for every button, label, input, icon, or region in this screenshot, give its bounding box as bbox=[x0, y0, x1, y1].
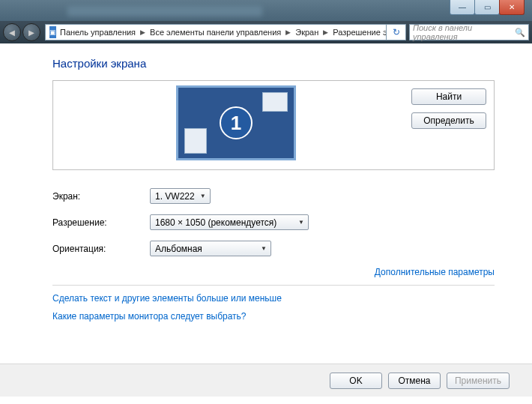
settings-form: Экран: 1. VW222 Разрешение: 1680 × 1050 … bbox=[52, 188, 495, 256]
search-icon[interactable]: 🔍 bbox=[515, 28, 525, 37]
breadcrumb-item[interactable]: Все элементы панели управления bbox=[148, 28, 282, 37]
advanced-settings-link[interactable]: Дополнительные параметры bbox=[375, 267, 495, 277]
breadcrumb[interactable]: ▣ Панель управления ▶ Все элементы панел… bbox=[45, 24, 387, 40]
text-size-link[interactable]: Сделать текст и другие элементы больше и… bbox=[52, 293, 282, 304]
monitor-number: 1 bbox=[220, 106, 253, 139]
minimize-button[interactable]: — bbox=[450, 0, 475, 15]
preview-side-buttons: Найти Определить bbox=[411, 85, 486, 129]
breadcrumb-item[interactable]: Панель управления bbox=[58, 28, 137, 37]
apply-button[interactable]: Применить bbox=[447, 373, 510, 389]
mini-window-icon bbox=[262, 92, 288, 112]
identify-button[interactable]: Определить bbox=[411, 112, 486, 129]
breadcrumb-sep-icon: ▶ bbox=[320, 28, 331, 36]
orientation-select[interactable]: Альбомная bbox=[150, 241, 271, 256]
maximize-button[interactable]: ▭ bbox=[474, 0, 500, 15]
screen-select[interactable]: 1. VW222 bbox=[150, 188, 211, 204]
window-controls: — ▭ ✕ bbox=[450, 0, 525, 15]
screen-label: Экран: bbox=[52, 191, 150, 202]
page-title: Настройки экрана bbox=[52, 57, 495, 70]
nav-arrows: ◄ ► bbox=[3, 23, 40, 41]
close-button[interactable]: ✕ bbox=[499, 0, 525, 15]
find-button[interactable]: Найти bbox=[411, 88, 486, 105]
help-links: Сделать текст и другие элементы больше и… bbox=[52, 293, 495, 322]
display-preview-frame: 1 Найти Определить bbox=[52, 80, 495, 170]
breadcrumb-item[interactable]: Экран bbox=[294, 28, 320, 37]
control-panel-icon: ▣ bbox=[49, 26, 56, 38]
search-input[interactable]: Поиск в панели управления 🔍 bbox=[409, 24, 529, 40]
monitor-preview[interactable]: 1 bbox=[176, 85, 296, 160]
breadcrumb-item[interactable]: Разрешение экрана bbox=[331, 28, 387, 37]
which-monitor-link[interactable]: Какие параметры монитора следует выбрать… bbox=[52, 311, 247, 322]
dialog-button-bar: OK Отмена Применить bbox=[0, 364, 532, 397]
separator bbox=[52, 285, 495, 286]
title-blur bbox=[67, 6, 262, 16]
search-placeholder: Поиск в панели управления bbox=[413, 23, 515, 41]
resolution-select[interactable]: 1680 × 1050 (рекомендуется) bbox=[150, 214, 309, 230]
advanced-link-row: Дополнительные параметры bbox=[52, 267, 495, 277]
content-area: Настройки экрана 1 Найти Определить Экра… bbox=[0, 43, 532, 404]
navigation-bar: ◄ ► ▣ Панель управления ▶ Все элементы п… bbox=[0, 21, 532, 43]
breadcrumb-sep-icon: ▶ bbox=[137, 28, 148, 36]
mini-window-icon bbox=[184, 128, 207, 154]
refresh-button[interactable]: ↻ bbox=[387, 24, 406, 40]
cancel-button[interactable]: Отмена bbox=[388, 373, 441, 389]
forward-button[interactable]: ► bbox=[22, 23, 40, 41]
resolution-label: Разрешение: bbox=[52, 217, 150, 228]
ok-button[interactable]: OK bbox=[330, 373, 382, 389]
breadcrumb-sep-icon: ▶ bbox=[282, 28, 294, 36]
back-button[interactable]: ◄ bbox=[3, 23, 21, 41]
orientation-label: Ориентация: bbox=[52, 244, 150, 254]
